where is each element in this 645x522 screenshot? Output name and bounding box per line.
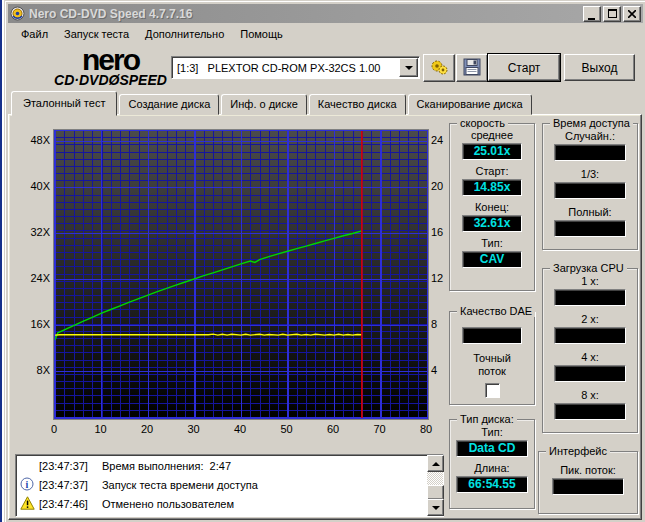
log-message: Время выполнения: 2:47 <box>102 460 231 472</box>
access-time-value-2 <box>554 220 626 237</box>
close-button[interactable] <box>623 6 641 22</box>
access-time-group: Время доступа Случайн.:1/3:Полный: <box>542 123 638 250</box>
start-button-label: Старт <box>508 61 541 75</box>
scroll-up-button[interactable] <box>427 455 444 472</box>
disc-type-group: Тип диска: Тип: Data CD Длина: 66:54.55 <box>449 419 535 509</box>
access-time-group-title: Время доступа <box>550 117 633 129</box>
log-timestamp: [23:47:37] <box>39 479 88 491</box>
x-tick: 10 <box>86 423 116 435</box>
log-panel: [23:47:37]Время выполнения: 2:47i[23:47:… <box>15 454 444 517</box>
x-tick: 40 <box>225 423 255 435</box>
speed-group: скорость среднее 25.01x Старт: 14.85x Ко… <box>449 123 535 291</box>
y-right-tick: 24 <box>431 134 443 146</box>
log-rows: [23:47:37]Время выполнения: 2:47i[23:47:… <box>16 456 426 513</box>
tab-1[interactable]: Создание диска <box>119 94 219 115</box>
scroll-down-button[interactable] <box>427 499 444 516</box>
cpu-usage-group-title: Загрузка CPU <box>550 262 627 274</box>
average-speed-value: 25.01x <box>462 143 522 160</box>
end-speed-label: Конец: <box>475 201 509 213</box>
log-scrollbar[interactable] <box>427 455 443 516</box>
save-button[interactable] <box>456 54 488 82</box>
y-left-tick: 32X <box>18 226 50 238</box>
read-speed-curve <box>55 231 362 340</box>
y-left-tick: 8X <box>18 364 50 376</box>
arrow-up-icon <box>432 462 440 466</box>
y-left-tick: 40X <box>18 180 50 192</box>
speed-chart-plot <box>54 130 428 419</box>
log-entry-1: i[23:47:37]Запуск теста времени доступа <box>16 475 426 494</box>
cpu-usage-group: Загрузка CPU 1 x:2 x:4 x:8 x: <box>542 268 638 433</box>
y-left-tick: 48X <box>18 134 50 146</box>
window-title: Nero CD-DVD Speed 4.7.7.16 <box>29 7 192 21</box>
access-time-value-1 <box>554 182 626 199</box>
log-timestamp: [23:47:46] <box>39 498 88 510</box>
cpu-usage-value-0 <box>554 289 626 306</box>
cpu-usage-label-0: 1 x: <box>581 275 599 287</box>
menu-item-2[interactable]: Дополнительно <box>137 26 232 42</box>
chevron-down-icon <box>405 66 413 70</box>
disc-type-value: Data CD <box>456 440 528 457</box>
menu-item-0[interactable]: Файл <box>13 26 56 42</box>
y-left-tick: 16X <box>18 318 50 330</box>
gears-icon <box>429 57 449 79</box>
dae-quality-group-title: Качество DAE <box>457 305 535 317</box>
rotation-speed-curve <box>55 334 362 335</box>
disc-type-group-title: Тип диска: <box>457 413 517 425</box>
app-icon <box>10 6 25 21</box>
title-bar[interactable]: Nero CD-DVD Speed 4.7.7.16 <box>8 4 643 23</box>
x-tick: 70 <box>365 423 395 435</box>
chart-curves <box>55 131 427 418</box>
log-message: Запуск теста времени доступа <box>102 479 258 491</box>
warning-icon <box>20 496 35 511</box>
cpu-usage-value-1 <box>554 327 626 344</box>
tab-4[interactable]: Сканирование диска <box>408 94 532 115</box>
drive-dropdown-button[interactable] <box>399 58 418 77</box>
app-window: Nero CD-DVD Speed 4.7.7.16 ФайлЗапуск те… <box>4 0 645 522</box>
maximize-button[interactable] <box>603 6 621 22</box>
options-button[interactable] <box>423 54 455 82</box>
tab-bar: Эталонный тестСоздание дискаИнф. о диске… <box>11 92 534 115</box>
drive-selector[interactable]: [1:3] PLEXTOR CD-ROM PX-32CS 1.00 <box>171 56 420 79</box>
scrollbar-thumb[interactable] <box>427 485 444 500</box>
interface-group-title: Интерфейс <box>546 445 610 457</box>
tab-2[interactable]: Инф. о диске <box>221 94 306 115</box>
svg-text:i: i <box>26 479 29 490</box>
exit-button[interactable]: Выход <box>564 54 635 81</box>
disc-type-label: Тип: <box>481 426 502 438</box>
speed-group-title: скорость <box>457 117 508 129</box>
drive-selector-value: [1:3] PLEXTOR CD-ROM PX-32CS 1.00 <box>172 62 399 74</box>
info-icon: i <box>20 477 35 492</box>
cpu-usage-label-2: 4 x: <box>581 351 599 363</box>
log-icon-placeholder <box>20 458 35 473</box>
x-tick: 50 <box>272 423 302 435</box>
tab-0[interactable]: Эталонный тест <box>11 91 117 116</box>
peak-transfer-value <box>552 478 624 495</box>
minimize-button[interactable] <box>583 6 601 22</box>
menu-item-1[interactable]: Запуск теста <box>56 26 137 42</box>
cpu-usage-label-3: 8 x: <box>581 389 599 401</box>
disc-length-value: 66:54.55 <box>456 476 528 493</box>
access-time-label-2: Полный: <box>568 206 611 218</box>
menu-item-3[interactable]: Помощь <box>232 26 291 42</box>
cpu-usage-value-2 <box>554 365 626 382</box>
access-time-value-0 <box>554 144 626 161</box>
log-entry-2: [23:47:46]Отменено пользователем <box>16 494 426 513</box>
x-tick: 20 <box>132 423 162 435</box>
y-right-tick: 4 <box>431 364 437 376</box>
cpu-usage-label-1: 2 x: <box>581 313 599 325</box>
speed-type-label: Тип: <box>481 237 502 249</box>
log-message: Отменено пользователем <box>102 498 234 510</box>
accurate-stream-checkbox[interactable] <box>485 383 500 398</box>
x-tick: 60 <box>318 423 348 435</box>
start-button[interactable]: Старт <box>488 54 560 81</box>
access-time-label-1: 1/3: <box>581 168 599 180</box>
accurate-stream-label-1: Точный <box>473 352 511 364</box>
menu-bar: ФайлЗапуск тестаДополнительноПомощь <box>9 24 642 43</box>
tab-3[interactable]: Качество диска <box>309 94 406 115</box>
arrow-down-icon <box>432 506 440 510</box>
average-speed-label: среднее <box>471 129 513 141</box>
access-time-label-0: Случайн.: <box>565 130 615 142</box>
y-right-tick: 8 <box>431 318 437 330</box>
dae-quality-value <box>462 327 522 344</box>
start-speed-label: Старт: <box>476 165 509 177</box>
